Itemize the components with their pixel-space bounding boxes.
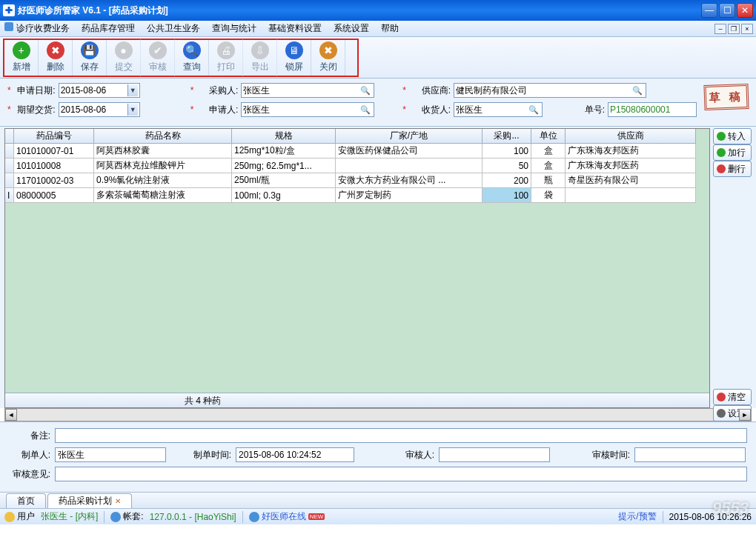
expect-label: 期望交货: (14, 104, 56, 116)
form-area: 草 稿 *申请日期: 2015-08-06▼ *采购人: 张医生🔍 *供应商: … (0, 79, 756, 127)
toolbar-提交: ●提交 (107, 39, 141, 76)
supplier-combo[interactable]: 健民制药有限公司🔍 (454, 83, 646, 98)
toolbar-icon: 🖥 (285, 41, 303, 59)
apply-date-combo[interactable]: 2015-08-06▼ (59, 83, 140, 98)
audit-time-label: 审核时间: (588, 449, 630, 461)
toolbar-打印: 🖨打印 (209, 39, 243, 76)
draft-stamp: 草 稿 (703, 84, 749, 110)
side-icon (717, 132, 726, 141)
lookup-icon: 🔍 (359, 86, 372, 96)
side-icon (717, 148, 726, 157)
side-加行[interactable]: 加行 (713, 144, 752, 161)
status-bar: 用户 张医生 - [内科] 帐套: 127.0.0.1 - [HaoYiShi]… (0, 508, 756, 524)
toolbar: +新增✖删除💾保存●提交✔审核🔍查询🖨打印⇩导出🖥锁屏✖关闭 (0, 37, 756, 79)
toolbar-icon: ✖ (319, 41, 337, 59)
lookup-icon: 🔍 (631, 86, 644, 96)
apply-date-label: 申请日期: (14, 84, 56, 97)
tabs-bar: 首页 药品采购计划✕ (0, 492, 756, 508)
grid-footer: 共 4 种药 (5, 393, 709, 407)
expect-combo[interactable]: 2015-08-06▼ (59, 102, 140, 117)
receiver-combo[interactable]: 张医生🔍 (454, 102, 543, 117)
tab-home[interactable]: 首页 (6, 493, 46, 508)
creator-label: 制单人: (9, 449, 50, 461)
scroll-left-button[interactable]: ◄ (5, 409, 17, 421)
opinion-label: 审核意见: (9, 468, 50, 481)
bottom-form: 备注: 制单人: 张医生 制单时间: 2015-08-06 10:24:52 审… (0, 421, 756, 492)
dropdown-icon: ▼ (127, 104, 138, 116)
toolbar-icon: ⇩ (251, 41, 269, 59)
create-time-input[interactable]: 2015-08-06 10:24:52 (236, 447, 354, 462)
buyer-label: 采购人: (196, 84, 238, 97)
toolbar-导出: ⇩导出 (243, 39, 277, 76)
mdi-close-button[interactable]: × (741, 24, 753, 34)
toolbar-icon: + (13, 41, 30, 59)
remark-input[interactable] (55, 428, 747, 443)
alert-link[interactable]: 提示/预警 (618, 510, 656, 523)
opinion-input[interactable] (55, 467, 747, 481)
menu-item[interactable]: 系统设置 (328, 21, 375, 36)
menu-item[interactable]: 帮助 (375, 21, 405, 36)
applicant-label: 申请人: (196, 104, 238, 116)
creator-input[interactable]: 张医生 (55, 447, 166, 462)
window-title: 好医师诊所管家 V6.1 - [药品采购计划] (18, 4, 701, 17)
buyer-combo[interactable]: 张医生🔍 (241, 83, 374, 98)
applicant-combo[interactable]: 张医生🔍 (241, 102, 374, 117)
audit-time-input[interactable] (634, 447, 746, 462)
horizontal-scrollbar[interactable]: ◄ ► (4, 408, 752, 421)
account-icon (110, 512, 121, 522)
remark-label: 备注: (9, 430, 50, 442)
side-转入[interactable]: 转入 (713, 128, 752, 144)
table-row[interactable]: 101010007-01阿莫西林胶囊125mg*10粒/盒安微医药保健品公司10… (5, 144, 709, 159)
toolbar-审核: ✔审核 (141, 39, 175, 76)
receiver-label: 收货人: (409, 104, 451, 116)
toolbar-icon: ● (115, 41, 133, 59)
side-删行[interactable]: 删行 (713, 161, 752, 177)
menu-item[interactable]: 诊疗收费业务 (3, 21, 76, 36)
toolbar-查询[interactable]: 🔍查询 (175, 39, 209, 76)
orderno-field[interactable]: P15080600001 (608, 102, 697, 117)
mdi-minimize-button[interactable]: – (714, 24, 726, 34)
tab-close-icon[interactable]: ✕ (115, 497, 121, 505)
menu-item[interactable]: 基础资料设置 (262, 21, 328, 36)
menubar: 诊疗收费业务 药品库存管理 公共卫生业务 查询与统计 基础资料设置 系统设置 帮… (0, 21, 756, 37)
toolbar-icon: ✖ (47, 41, 64, 59)
minimize-button[interactable]: — (701, 3, 717, 18)
globe-icon (249, 512, 259, 522)
menu-item[interactable]: 公共卫生业务 (141, 21, 206, 36)
grid-summary: 共 4 种药 (183, 393, 222, 407)
auditor-input[interactable] (439, 447, 550, 462)
maximize-button[interactable]: ☐ (719, 3, 735, 18)
lookup-icon: 🔍 (527, 105, 540, 115)
orderno-label: 单号: (563, 104, 605, 116)
app-icon: ✚ (3, 4, 15, 16)
toolbar-删除[interactable]: ✖删除 (39, 39, 73, 76)
data-grid[interactable]: 药品编号 药品名称 规格 厂家/产地 采购... 单位 供应商 10101000… (4, 128, 710, 408)
create-time-label: 制单时间: (190, 449, 231, 461)
table-row[interactable]: 117010002-030.9%氯化钠注射液250ml/瓶安微大东方药业有限公司… (5, 173, 709, 188)
close-button[interactable]: ✕ (737, 3, 753, 18)
mdi-restore-button[interactable]: ❐ (728, 24, 740, 34)
tab-purchase-plan[interactable]: 药品采购计划✕ (47, 493, 132, 508)
menu-item[interactable]: 药品库存管理 (76, 21, 141, 36)
dropdown-icon: ▼ (127, 84, 138, 96)
toolbar-关闭[interactable]: ✖关闭 (311, 39, 345, 76)
side-icon (717, 393, 726, 401)
menu-item[interactable]: 查询与统计 (206, 21, 262, 36)
user-icon (4, 512, 15, 522)
side-清空[interactable]: 清空 (713, 389, 752, 405)
toolbar-保存[interactable]: 💾保存 (73, 39, 107, 76)
toolbar-icon: 🔍 (183, 41, 201, 59)
table-row[interactable]: I08000005多索茶碱葡萄糖注射液100ml; 0.3g广州罗定制药100袋 (5, 188, 709, 203)
toolbar-icon: ✔ (149, 41, 167, 59)
table-row[interactable]: 101010008阿莫西林克拉维酸钾片250mg; 62.5mg*1...50盒… (5, 159, 709, 173)
auditor-label: 审核人: (393, 449, 434, 461)
side-buttons: 转入加行删行 清空设置 (710, 128, 752, 408)
toolbar-icon: 🖨 (217, 41, 235, 59)
grid-header: 药品编号 药品名称 规格 厂家/产地 采购... 单位 供应商 (5, 129, 709, 144)
scroll-right-button[interactable]: ► (739, 409, 751, 421)
toolbar-锁屏[interactable]: 🖥锁屏 (277, 39, 311, 76)
lookup-icon: 🔍 (359, 105, 372, 115)
supplier-label: 供应商: (409, 84, 451, 97)
online-link[interactable]: 好医师在线NEW (249, 510, 325, 523)
toolbar-新增[interactable]: +新增 (4, 39, 39, 76)
